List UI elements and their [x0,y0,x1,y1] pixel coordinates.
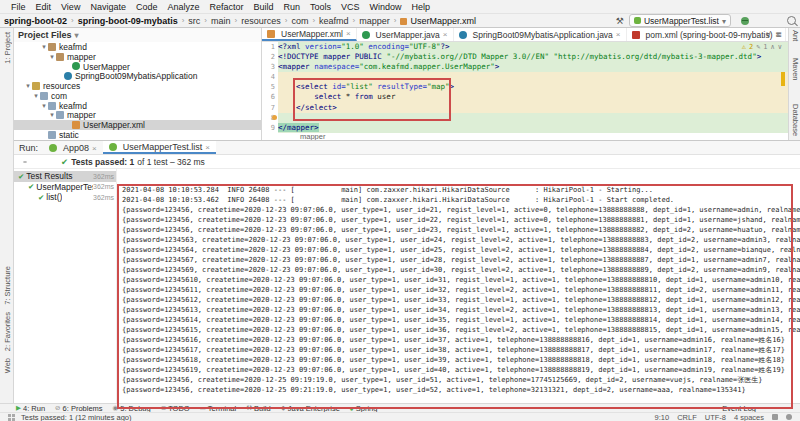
menu-item[interactable]: Build [248,2,278,12]
menu-item[interactable]: VCS [336,2,365,12]
breadcrumb-item[interactable]: com [281,16,309,26]
show-passed-icon[interactable] [23,161,27,163]
status-widget[interactable]: 9:10 [655,413,670,421]
editor-tab[interactable]: UserMapper.java [357,28,454,41]
tree-item[interactable]: resources [14,81,261,91]
tool-window-tab-maven[interactable]: Maven [791,58,800,81]
status-widget[interactable]: UTF-8 [705,413,726,421]
tree-item[interactable]: UserMapper.xml [14,120,261,130]
line-number[interactable]: 8 [262,113,278,123]
readonly-lock-icon[interactable] [772,414,778,420]
chevron-down-icon[interactable]: ∨ [765,30,771,39]
breadcrumb-item[interactable]: resources [231,16,281,26]
status-widget[interactable]: 4 spaces [734,413,764,421]
line-number[interactable]: 2 [262,52,278,62]
run-tab[interactable]: UserMapperTest.list [103,141,216,154]
tool-window-tab-favorites[interactable]: 2: Favorites [3,312,12,351]
line-number[interactable]: 1 [262,42,278,52]
run-config-select[interactable]: UserMapperTest.list [629,14,731,27]
breadcrumb-item[interactable]: UserMapper.xml [390,16,476,26]
menu-item[interactable]: Navigate [85,2,131,12]
expand-chevron-icon[interactable] [32,92,40,100]
editor-tab[interactable]: pom.xml (spring-boot-09-mybatis) [627,28,787,41]
close-icon[interactable] [205,142,210,152]
tree-item[interactable]: static [14,130,261,140]
run-tab[interactable]: App08 [43,141,103,154]
chevron-right-icon [308,16,319,25]
run-console[interactable]: 2021-04-08 10:10:53.284 INFO 26408 --- [… [117,169,800,404]
run-tab-label: UserMapperTest.list [123,142,203,152]
inspection-widget[interactable]: ⚠2 ✎1 ∧ ∨ [742,43,782,51]
menu-item[interactable]: Code [131,2,163,12]
breadcrumb-item[interactable]: mapper [349,16,390,26]
menu-item[interactable]: View [56,2,85,12]
close-icon[interactable] [443,30,448,39]
expand-chevron-icon[interactable] [24,82,32,90]
menu-item[interactable]: Edit [31,2,57,12]
line-number[interactable]: 3 [262,62,278,72]
search-everywhere-icon[interactable] [787,16,796,25]
menu-item[interactable]: Window [365,2,407,12]
close-icon[interactable] [92,143,97,153]
file-type-icon [56,111,64,119]
editor-tab[interactable]: SpringBoot09MybatisApplication.java [454,28,627,41]
menu-item[interactable]: File [6,2,31,12]
prev-issue-icon[interactable]: ∧ [771,43,775,51]
menu-item[interactable]: Analyze [162,2,204,12]
test-tree-item[interactable]: UserMapperTest 362ms [14,182,116,193]
tool-window-tab-ant[interactable]: Ant [791,30,800,41]
breadcrumb-item[interactable]: spring-boot-09-mybatis [67,16,178,26]
breadcrumb-item[interactable]: keafmd [308,16,348,26]
test-tree-item[interactable]: list() 362ms [14,192,116,203]
line-number[interactable]: 6 [262,92,278,102]
tree-item-label: SpringBoot09MybatisApplication [75,71,197,81]
code-editor[interactable]: 1 <?xml version="1.0" encoding="UTF-8"?>… [262,42,788,133]
tree-item[interactable]: com [14,91,261,101]
next-issue-icon[interactable]: ∨ [778,43,782,51]
status-message[interactable]: Tests passed: 1 (12 minutes ago) [21,413,131,421]
test-tree-item[interactable]: Test Results 362ms [14,171,116,182]
expand-chevron-icon[interactable] [48,53,56,61]
line-number[interactable]: 4 [262,72,278,82]
debug-bug-icon[interactable] [741,17,749,25]
expand-chevron-icon[interactable] [48,111,56,119]
breadcrumb-item[interactable]: spring-boot-02 [4,16,67,26]
expand-chevron-icon[interactable] [40,102,48,110]
code-line: 6 select * from user [262,92,788,102]
breadcrumb-item[interactable]: src [178,16,201,26]
close-icon[interactable] [616,30,621,39]
tool-window-tab-structure[interactable]: 7: Structure [3,266,12,305]
tab-list-icon[interactable]: ≣ [775,30,782,39]
code-line: 7 </select> [262,103,788,113]
line-number[interactable]: 5 [262,82,278,92]
project-view-select[interactable]: Project Files [18,30,79,40]
close-icon[interactable] [346,29,351,38]
menu-item[interactable]: Tools [305,2,336,12]
expand-chevron-icon[interactable] [40,43,48,51]
tree-item[interactable]: UserMapper [14,62,261,72]
status-widget[interactable]: CRLF [677,413,697,421]
breadcrumb-item[interactable]: main [200,16,230,26]
tool-window-switcher-icon[interactable] [8,414,15,421]
tree-item[interactable]: keafmd [14,42,261,52]
build-hammer-icon[interactable]: ⚒ [616,15,624,27]
tool-window-tab-project[interactable]: 1: Project [3,32,12,64]
tree-item-label: static [59,130,79,140]
console-line: 2021-04-08 10:10:53.284 INFO 26408 --- [… [122,185,800,195]
tree-item[interactable]: keafmd [14,101,261,111]
notifications-icon[interactable] [786,414,792,420]
menu-item[interactable]: Help [407,2,436,12]
line-number[interactable]: 9 [262,123,278,133]
tree-item[interactable]: SpringBoot09MybatisApplication [14,71,261,81]
tree-item[interactable]: mapper [14,111,261,121]
tree-item[interactable]: mapper [14,52,261,62]
line-number[interactable]: 7 [262,103,278,113]
tool-window-tab-database[interactable]: Database [791,104,800,136]
menu-item[interactable]: Run [279,2,306,12]
tool-window-tab-web[interactable]: Web [3,358,12,373]
menu-item[interactable]: Refactor [204,2,248,12]
scrollbar-warning-marker [781,72,785,86]
test-name: Test Results [26,171,72,181]
editor-tab[interactable]: UserMapper.xml [262,28,357,41]
editor-breadcrumb[interactable]: mapper [262,133,788,140]
